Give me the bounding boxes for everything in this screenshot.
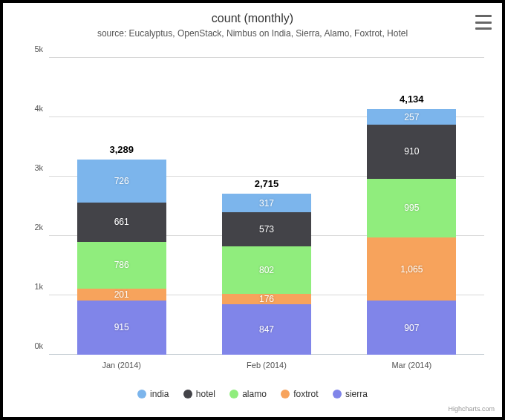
bar-segment-alamo[interactable]: 995	[367, 179, 456, 238]
bar-group: 3175738021768472,715	[222, 194, 311, 355]
bar-segment-india[interactable]: 257	[367, 109, 456, 125]
bar-segment-sierra[interactable]: 847	[222, 304, 311, 355]
bar-group: 2579109951,0659074,134	[367, 109, 456, 355]
legend-item-alamo[interactable]: alamo	[229, 389, 267, 399]
bar-segment-hotel[interactable]: 661	[77, 203, 166, 242]
bar-segment-hotel[interactable]: 910	[367, 125, 456, 179]
bar-segment-foxtrot[interactable]: 176	[222, 294, 311, 304]
x-tick: Feb (2014)	[247, 361, 287, 370]
segment-label: 573	[259, 224, 274, 234]
segment-label: 847	[259, 324, 274, 335]
bar-total: 3,289	[109, 144, 134, 155]
bar-segment-alamo[interactable]: 802	[222, 246, 311, 294]
bar-segment-alamo[interactable]: 786	[77, 242, 166, 289]
legend-item-foxtrot[interactable]: foxtrot	[281, 389, 318, 399]
segment-label: 176	[259, 294, 274, 304]
bar-segment-hotel[interactable]: 573	[222, 212, 311, 246]
segment-label: 907	[404, 323, 419, 333]
chart-title: count (monthly)	[3, 3, 502, 25]
segment-label: 802	[259, 265, 274, 275]
y-tick: 1k	[34, 282, 43, 291]
legend-item-sierra[interactable]: sierra	[333, 389, 368, 399]
y-tick: 0k	[34, 341, 43, 350]
bar-group: 7266617862019153,289	[77, 160, 166, 355]
plot-area: 0k 1k 2k 3k 4k 5k Jan (2014) Feb (2014) …	[49, 58, 484, 355]
segment-label: 995	[404, 203, 419, 213]
y-tick: 2k	[34, 223, 43, 232]
legend: india hotel alamo foxtrot sierra	[3, 389, 502, 401]
bar-segment-foxtrot[interactable]: 201	[77, 289, 166, 301]
bar-total: 2,715	[255, 178, 279, 189]
bar-total: 4,134	[400, 93, 424, 105]
segment-label: 1,065	[400, 264, 423, 275]
segment-label: 910	[404, 146, 419, 157]
bar-segment-india[interactable]: 317	[222, 194, 311, 212]
y-tick: 4k	[34, 104, 43, 113]
credit-link[interactable]: Highcharts.com	[448, 405, 495, 413]
segment-label: 915	[114, 322, 129, 332]
bar-segment-sierra[interactable]: 915	[77, 301, 166, 355]
bar-segment-india[interactable]: 726	[77, 160, 166, 203]
chart-frame: count (monthly) source: Eucalyptus, Open…	[0, 0, 505, 420]
x-tick: Jan (2014)	[102, 361, 141, 370]
bars-container: 7266617862019153,2893175738021768472,715…	[49, 58, 484, 355]
bar-segment-sierra[interactable]: 907	[367, 301, 456, 355]
bar-segment-foxtrot[interactable]: 1,065	[367, 237, 456, 301]
x-tick: Mar (2014)	[391, 361, 431, 370]
chart-subtitle: source: Eucalyptus, OpenStack, Nimbus on…	[3, 25, 502, 39]
legend-item-india[interactable]: india	[137, 389, 169, 399]
y-tick: 3k	[34, 163, 43, 172]
segment-label: 201	[114, 289, 129, 300]
menu-icon[interactable]	[475, 15, 492, 30]
legend-item-hotel[interactable]: hotel	[183, 389, 215, 399]
segment-label: 786	[114, 260, 129, 270]
segment-label: 257	[404, 112, 419, 122]
segment-label: 726	[114, 176, 129, 186]
segment-label: 317	[259, 198, 274, 209]
segment-label: 661	[114, 217, 129, 227]
y-tick: 5k	[34, 45, 43, 53]
